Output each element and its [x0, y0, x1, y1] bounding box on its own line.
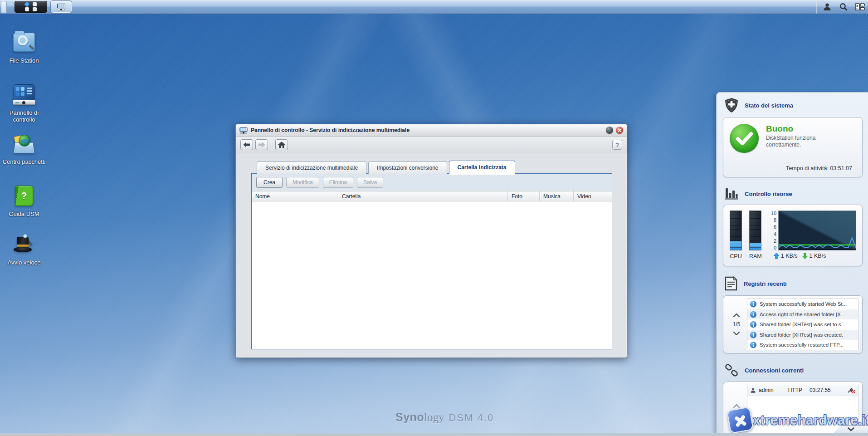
logs-page-indicator: 1/5	[733, 321, 741, 328]
network-chart-yaxis: 108 64 20	[771, 211, 778, 250]
window-toolbar: ?	[236, 137, 627, 153]
back-arrow-icon	[243, 142, 250, 147]
page-down-icon[interactable]	[733, 332, 740, 335]
network-legend: 1 KB/s 1 KB/s	[774, 253, 856, 259]
cpu-meter	[730, 211, 742, 250]
download-arrow-icon	[802, 253, 808, 259]
main-menu-icon	[25, 2, 37, 11]
shield-icon	[725, 98, 738, 113]
save-button[interactable]: Salva	[357, 177, 383, 188]
column-header-video[interactable]: Video	[574, 191, 612, 201]
help-button[interactable]: ?	[612, 140, 622, 150]
desktop-icon-package-center[interactable]: Centro pacchetti	[0, 132, 48, 165]
search-button[interactable]	[835, 0, 852, 14]
close-icon	[618, 128, 622, 132]
status-description: DiskStation funziona correttamente.	[766, 135, 834, 148]
tab-conversion-settings[interactable]: Impostazioni conversione	[368, 162, 447, 174]
show-desktop-button[interactable]	[1, 1, 7, 13]
desktop-icon-label: Pannello di controllo	[0, 109, 48, 123]
tab-media-indexing-service[interactable]: Servizio di indicizzazione multimediale	[257, 162, 366, 174]
connection-protocol: HTTP	[788, 387, 802, 393]
connections-page-indicator: 1/1	[733, 412, 741, 418]
log-document-icon	[725, 276, 737, 291]
page-up-icon[interactable]	[733, 314, 740, 317]
column-header-name[interactable]: Nome	[252, 191, 338, 201]
pilot-view-button[interactable]	[852, 0, 868, 14]
user-icon	[823, 2, 832, 11]
page-down-icon[interactable]	[733, 422, 740, 426]
window-icon	[239, 127, 247, 133]
column-header-folder[interactable]: Cartella	[338, 191, 508, 201]
tab-indexed-folder[interactable]: Cartella indicizzata	[449, 161, 515, 174]
table-header: Nome Cartella Foto Musica Video	[252, 191, 612, 201]
widget-title: Controllo risorse	[745, 191, 792, 197]
main-menu-button[interactable]	[15, 1, 47, 13]
widget-title: Registri recenti	[744, 280, 787, 287]
user-menu-button[interactable]	[819, 0, 835, 14]
resource-monitor-card: CPU RAM 108 64 20	[723, 205, 863, 266]
desktop-icon-label: File Station	[9, 57, 39, 64]
minimize-button[interactable]	[606, 127, 613, 134]
close-button[interactable]	[616, 127, 623, 134]
search-icon	[839, 2, 848, 11]
recent-logs-card: 1/5 System successfully started Web St..…	[723, 295, 863, 353]
dsm-brand-watermark: SynologyDSM 4.0	[395, 411, 494, 424]
tab-content-panel: Crea Modifica Elimina Salva Nome Cartell…	[251, 173, 612, 349]
desktop-icon-label: Centro pacchetti	[3, 158, 46, 165]
uptime-text: Tempo di attività: 03:51:07	[786, 165, 852, 171]
pilot-view-icon	[855, 3, 865, 11]
info-icon	[750, 332, 756, 338]
connection-row[interactable]: admin HTTP 03:27:55	[747, 385, 858, 396]
control-panel-icon	[57, 4, 65, 10]
log-entry[interactable]: Access right of the shared folder [X...	[747, 309, 858, 320]
control-panel-window: Pannello di controllo - Servizio di indi…	[235, 124, 627, 358]
info-icon	[750, 311, 756, 318]
edit-button[interactable]: Modifica	[286, 177, 319, 188]
recent-logs-header: Registri recenti	[717, 271, 868, 294]
taskbar-item-control-panel[interactable]	[51, 1, 72, 13]
back-button[interactable]	[240, 139, 253, 150]
table-body-empty[interactable]	[252, 201, 612, 349]
brand-text: Syno	[395, 411, 424, 423]
delete-button[interactable]: Elimina	[323, 177, 353, 188]
quick-start-icon	[12, 233, 36, 256]
resource-monitor-header: Controllo risorse	[717, 182, 868, 203]
forward-button[interactable]	[255, 139, 268, 150]
info-icon	[750, 342, 756, 348]
action-button-row: Crea Modifica Elimina Salva	[252, 174, 612, 191]
chevron-down-icon	[848, 427, 854, 431]
create-button[interactable]: Crea	[256, 177, 283, 188]
connections-header: Connessioni correnti	[717, 358, 868, 380]
desktop-icon-label: Avvio veloce	[8, 259, 41, 266]
column-header-music[interactable]: Musica	[540, 191, 574, 201]
page-up-icon[interactable]	[733, 404, 740, 408]
disconnect-icon[interactable]	[847, 387, 855, 393]
desktop-icon-label: Guida DSM	[9, 211, 39, 217]
upload-arrow-icon	[774, 253, 779, 259]
desktop-icon-dsm-help[interactable]: ? Guida DSM	[0, 184, 48, 217]
dsm-version: DSM 4.0	[449, 412, 494, 423]
desktop-icon-control-panel[interactable]: Pannello di controllo	[0, 83, 48, 123]
ram-meter	[749, 211, 761, 250]
file-station-icon	[12, 31, 36, 54]
info-icon	[750, 301, 756, 307]
upload-rate: 1 KB/s	[781, 253, 798, 259]
forward-arrow-icon	[258, 142, 265, 147]
log-entry[interactable]: Shared folder [XHTest] was created.	[747, 330, 858, 340]
connection-time: 03:27:55	[809, 387, 831, 393]
window-titlebar[interactable]: Pannello di controllo - Servizio di indi…	[236, 124, 627, 137]
package-center-icon	[12, 132, 36, 156]
log-entry[interactable]: System successfully restarted FTP...	[747, 340, 858, 350]
screen-bottom-edge	[0, 433, 868, 436]
desktop-icon-quick-start[interactable]: Avvio veloce	[0, 233, 48, 266]
cpu-label: CPU	[730, 253, 741, 260]
home-button[interactable]	[275, 139, 288, 150]
log-entry[interactable]: System successfully started Web St...	[747, 299, 858, 309]
network-chart	[778, 211, 856, 250]
bar-chart-icon	[725, 187, 738, 200]
desktop-icon-file-station[interactable]: File Station	[0, 31, 48, 64]
column-header-photo[interactable]: Foto	[508, 191, 540, 201]
widget-panel: Stato del sistema Buono DiskStation funz…	[716, 92, 868, 433]
status-ok-icon	[730, 124, 759, 153]
log-entry[interactable]: Shared folder [XHTest] was set to s...	[747, 319, 858, 330]
